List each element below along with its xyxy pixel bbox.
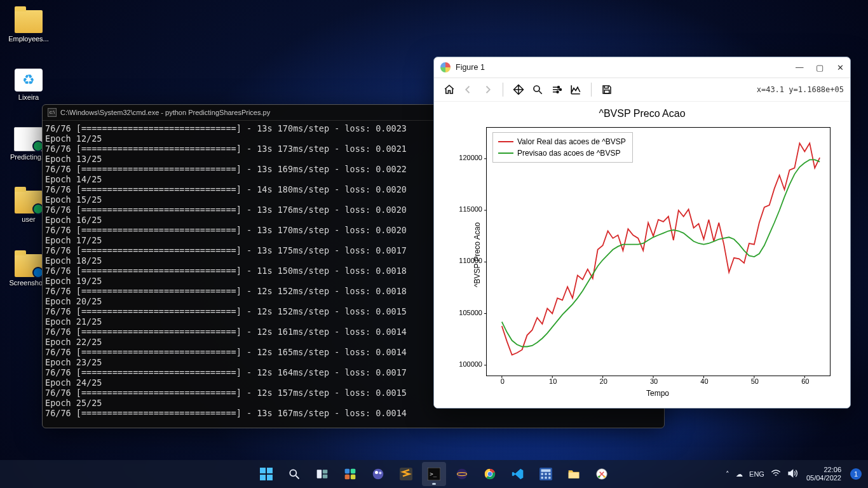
toolbar-separator bbox=[591, 83, 592, 97]
ytick: 120000 bbox=[452, 154, 482, 161]
svg-rect-18 bbox=[317, 470, 322, 478]
svg-point-25 bbox=[373, 469, 384, 480]
ytick: 115000 bbox=[452, 205, 482, 213]
cmd-title: C:\Windows\System32\cmd.exe - python Pre… bbox=[60, 109, 270, 116]
svg-point-27 bbox=[379, 471, 381, 474]
home-button[interactable] bbox=[440, 81, 458, 98]
icon-label: Lixeira bbox=[4, 93, 53, 101]
close-button[interactable]: ✕ bbox=[836, 63, 844, 72]
xtick: 30 bbox=[648, 377, 660, 385]
figure-window-title: Figure 1 bbox=[456, 63, 485, 72]
legend-entry-pred: Previsao das acoes de ^BVSP bbox=[517, 149, 620, 158]
sublime-text[interactable] bbox=[394, 462, 418, 486]
start-button[interactable] bbox=[254, 462, 278, 486]
document-icon bbox=[14, 127, 43, 151]
xtick: 0 bbox=[496, 377, 509, 385]
svg-point-0 bbox=[534, 86, 539, 92]
svg-rect-19 bbox=[323, 470, 327, 473]
edit-axes-button[interactable] bbox=[567, 81, 585, 98]
svg-rect-23 bbox=[345, 475, 350, 480]
figure-toolbar: x=43.1 y=1.1688e+05 bbox=[434, 78, 850, 102]
chart-ylabel: ^BVSP Preco Acao bbox=[473, 222, 482, 287]
task-view-button[interactable] bbox=[310, 462, 334, 486]
matplotlib-icon bbox=[440, 62, 451, 72]
svg-point-26 bbox=[375, 471, 378, 474]
matplotlib-window[interactable]: Figure 1 ― ▢ ✕ x=43.1 y=1.1688e+05 ^BVSP… bbox=[433, 57, 851, 409]
figure-titlebar[interactable]: Figure 1 ― ▢ ✕ bbox=[434, 57, 850, 78]
svg-rect-24 bbox=[351, 475, 356, 480]
teams-button[interactable] bbox=[366, 462, 390, 486]
maximize-button[interactable]: ▢ bbox=[816, 63, 824, 72]
calculator[interactable] bbox=[534, 462, 558, 486]
taskbar-center: >_ bbox=[254, 462, 614, 486]
svg-rect-39 bbox=[541, 470, 551, 472]
chart-axes bbox=[486, 127, 831, 376]
svg-rect-22 bbox=[351, 469, 356, 474]
minimize-button[interactable]: ― bbox=[796, 63, 803, 72]
svg-rect-21 bbox=[345, 469, 350, 474]
chrome[interactable] bbox=[478, 462, 502, 486]
snip-tool[interactable] bbox=[590, 462, 614, 486]
toolbar-separator bbox=[503, 83, 503, 97]
back-button[interactable] bbox=[459, 81, 477, 98]
sound-icon[interactable] bbox=[787, 469, 797, 479]
chart-legend: Valor Real das acoes de ^BVSP Previsao d… bbox=[492, 132, 633, 163]
xtick: 50 bbox=[749, 377, 761, 385]
taskbar-clock[interactable]: 22:06 05/04/2022 bbox=[806, 466, 841, 482]
save-button[interactable] bbox=[598, 81, 616, 98]
file-explorer[interactable] bbox=[562, 462, 586, 486]
onedrive-tray-icon[interactable]: ☁ bbox=[736, 470, 743, 478]
legend-entry-real: Valor Real das acoes de ^BVSP bbox=[517, 137, 626, 146]
clock-time: 22:06 bbox=[806, 466, 841, 474]
desktop-icon-employees[interactable]: Employees... bbox=[4, 10, 53, 43]
svg-point-49 bbox=[604, 476, 606, 478]
legend-swatch-pred bbox=[498, 152, 513, 154]
svg-rect-46 bbox=[569, 473, 580, 478]
svg-point-17 bbox=[290, 470, 296, 476]
widgets-button[interactable] bbox=[338, 462, 362, 486]
search-button[interactable] bbox=[282, 462, 306, 486]
svg-rect-44 bbox=[545, 477, 546, 478]
svg-point-31 bbox=[457, 469, 468, 480]
command-prompt[interactable]: >_ bbox=[422, 462, 446, 486]
tray-chevron-icon[interactable]: ˄ bbox=[726, 470, 729, 478]
svg-rect-4 bbox=[604, 90, 609, 93]
svg-rect-45 bbox=[548, 477, 550, 478]
subplots-button[interactable] bbox=[548, 81, 566, 98]
eclipse[interactable] bbox=[450, 462, 474, 486]
chart-title: ^BVSP Preco Acao bbox=[434, 108, 850, 119]
svg-rect-40 bbox=[541, 473, 543, 475]
pan-button[interactable] bbox=[510, 81, 527, 98]
svg-point-2 bbox=[560, 89, 562, 91]
folder-icon bbox=[15, 191, 43, 214]
desktop-icon-recycle-bin[interactable]: Lixeira bbox=[4, 69, 53, 101]
system-tray: ˄ ☁ ENG 22:06 05/04/2022 1 bbox=[726, 466, 862, 482]
wifi-icon[interactable] bbox=[771, 470, 781, 478]
svg-text:>_: >_ bbox=[430, 470, 437, 477]
xtick: 40 bbox=[698, 377, 710, 385]
zoom-button[interactable] bbox=[529, 81, 546, 98]
forward-button[interactable] bbox=[478, 81, 496, 98]
svg-rect-42 bbox=[548, 473, 550, 475]
language-indicator[interactable]: ENG bbox=[749, 470, 764, 478]
cmd-icon: c:\ bbox=[48, 108, 57, 117]
svg-point-37 bbox=[488, 472, 492, 477]
xtick: 10 bbox=[546, 377, 559, 385]
vscode[interactable] bbox=[506, 462, 530, 486]
notification-badge[interactable]: 1 bbox=[850, 468, 862, 480]
ytick: 100000 bbox=[452, 360, 482, 368]
folder-icon bbox=[15, 10, 43, 33]
legend-swatch-real bbox=[498, 141, 513, 142]
folder-icon bbox=[15, 254, 43, 277]
chart-xlabel: Tempo bbox=[486, 389, 829, 398]
ytick: 110000 bbox=[452, 257, 482, 264]
plot-canvas[interactable]: ^BVSP Preco Acao ^BVSP Preco Acao Tempo … bbox=[434, 102, 850, 408]
taskbar: >_ ˄ ☁ ENG 22:06 05/04/2022 1 bbox=[0, 460, 868, 488]
cursor-coordinates: x=43.1 y=1.1688e+05 bbox=[757, 85, 844, 94]
svg-rect-41 bbox=[545, 473, 546, 475]
clock-date: 05/04/2022 bbox=[806, 474, 841, 482]
svg-rect-20 bbox=[323, 475, 327, 478]
xtick: 20 bbox=[597, 377, 610, 385]
svg-point-1 bbox=[558, 86, 560, 88]
svg-point-3 bbox=[557, 91, 559, 93]
